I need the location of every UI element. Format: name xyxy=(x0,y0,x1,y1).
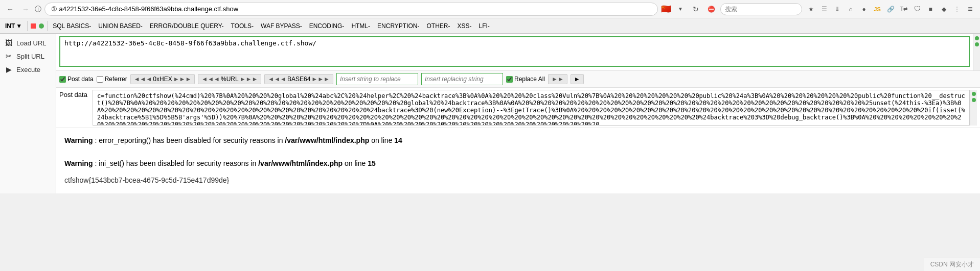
warning2-label: Warning xyxy=(64,159,93,167)
extension4-button[interactable]: ⋮ xyxy=(951,4,963,15)
browser-toolbar-icons: ★ ☰ ⇓ ⌂ ● JS 🔗 T⇄ 🛡 ■ ◆ ⋮ ≡ xyxy=(805,4,976,15)
back-button[interactable]: ← xyxy=(4,3,16,15)
replace-all-checkbox[interactable] xyxy=(506,76,513,83)
js-button[interactable]: JS xyxy=(872,4,883,15)
hex-label: 0xHEX xyxy=(153,76,172,83)
main-toolbar: INT ▼ SQL BASICS- UNION BASED- ERROR/DOU… xyxy=(0,18,980,34)
warning2-text: : ini_set() has been disabled for securi… xyxy=(95,159,258,167)
arrow-right-b64: ►►► xyxy=(311,76,330,83)
base64-label: BASE64 xyxy=(287,76,310,83)
right-panel: Post data Referrer ◄◄◄ 0xHEX ►►► ◄◄◄ %UR… xyxy=(56,34,980,193)
referrer-option[interactable]: Referrer xyxy=(97,76,127,83)
post-scroll-ind1 xyxy=(972,92,976,96)
sidebar-item-split-url[interactable]: ✂ Split URL xyxy=(0,50,56,63)
menu-lfi[interactable]: LFI- xyxy=(476,21,493,31)
execute-icon: ▶ xyxy=(4,65,13,74)
warning1-line-num: 14 xyxy=(394,136,402,144)
warning1-line-text: on line xyxy=(371,136,394,144)
post-data-textarea[interactable]: c=function%20ctfshow(%24cmd)%20%7B%0A%20… xyxy=(93,90,970,126)
sidebar: 🖼 Load URL ✂ Split URL ▶ Execute xyxy=(0,34,56,193)
address-bar: ← → ⓘ 🇨🇳 ▼ ↻ ⛔ ★ ☰ ⇓ ⌂ ● JS 🔗 T⇄ 🛡 ■ ◆ ⋮… xyxy=(0,0,980,18)
bookmark-star-button[interactable]: ★ xyxy=(805,4,816,15)
url-scroll-indicator xyxy=(975,36,979,40)
warning2-line-num: 15 xyxy=(368,159,376,167)
referrer-checkbox[interactable] xyxy=(97,76,103,83)
post-data-section: Post data c=function%20ctfshow(%24cmd)%2… xyxy=(56,88,980,128)
translate-button[interactable]: T⇄ xyxy=(898,4,909,15)
post-scroll-ind2 xyxy=(972,98,976,102)
warning2-path: /var/www/html/index.php xyxy=(258,159,343,167)
url-scrollbar[interactable] xyxy=(973,34,980,70)
secure-icon: ⓘ xyxy=(35,5,41,14)
replace-arrows-btn[interactable]: ►► xyxy=(548,74,567,84)
sidebar-item-execute[interactable]: ▶ Execute xyxy=(0,63,56,76)
insert-replace-input[interactable] xyxy=(336,73,418,85)
extra-arrow-icon: ► xyxy=(574,76,580,83)
url-scroll-indicator2 xyxy=(975,42,979,46)
extension2-button[interactable]: ■ xyxy=(925,4,936,15)
warning1-text: : error_reporting() has been disabled fo… xyxy=(95,136,285,144)
arrow-right-hex: ►►► xyxy=(173,76,192,83)
arrow-left-url: ◄◄◄ xyxy=(201,76,220,83)
split-url-icon: ✂ xyxy=(4,52,13,61)
home-button[interactable]: ⌂ xyxy=(845,4,856,15)
menu-encoding[interactable]: ENCODING- xyxy=(306,21,348,31)
referrer-label: Referrer xyxy=(105,76,127,83)
search-input[interactable] xyxy=(720,3,802,15)
int-label: INT xyxy=(5,22,15,30)
globe-button[interactable]: ● xyxy=(858,4,870,15)
sidebar-label-load-url: Load URL xyxy=(16,39,47,47)
arrow-right-url: ►►► xyxy=(240,76,258,83)
china-flag-icon: 🇨🇳 xyxy=(661,4,671,14)
extension3-button[interactable]: ◆ xyxy=(938,4,949,15)
post-data-section-label: Post data xyxy=(59,90,93,126)
url-encode-label: %URL xyxy=(221,76,239,83)
sidebar-item-load-url[interactable]: 🖼 Load URL xyxy=(0,36,56,50)
warning1-path: /var/www/html/index.php xyxy=(285,136,369,144)
replace-all-option[interactable]: Replace All xyxy=(506,76,545,83)
menu-other[interactable]: OTHER- xyxy=(424,21,453,31)
extension1-button[interactable]: 🔗 xyxy=(885,4,896,15)
address-input[interactable] xyxy=(44,3,658,16)
insert-replacing-input[interactable] xyxy=(421,73,503,85)
reader-view-button[interactable]: ☰ xyxy=(818,4,830,15)
reload-button[interactable]: ↻ xyxy=(690,3,702,15)
menu-error-double[interactable]: ERROR/DOUBLE QUERY- xyxy=(147,21,227,31)
menu-sql-basics[interactable]: SQL BASICS- xyxy=(50,21,94,31)
base64-btn[interactable]: ◄◄◄ BASE64 ►►► xyxy=(264,74,333,84)
post-data-option[interactable]: Post data xyxy=(59,76,94,83)
main-layout: 🖼 Load URL ✂ Split URL ▶ Execute xyxy=(0,34,980,193)
replace-all-label: Replace All xyxy=(514,76,545,83)
url-encode-btn[interactable]: ◄◄◄ %URL ►►► xyxy=(198,74,261,84)
warning1: Warning : error_reporting() has been dis… xyxy=(64,134,972,147)
menu-tools[interactable]: TOOLS- xyxy=(228,21,257,31)
flag-output: ctfshow{1543bcb7-bcea-4675-9c5d-715e417d… xyxy=(64,174,972,187)
url-row xyxy=(56,34,980,71)
menu-xss[interactable]: XSS- xyxy=(454,21,475,31)
post-data-checkbox[interactable] xyxy=(59,76,66,83)
load-url-icon: 🖼 xyxy=(4,38,13,47)
hex-btn[interactable]: ◄◄◄ 0xHEX ►►► xyxy=(130,74,195,84)
menu-html[interactable]: HTML- xyxy=(348,21,373,31)
toolbar-sep2 xyxy=(47,21,48,31)
shield-button[interactable]: 🛡 xyxy=(911,4,923,15)
arrow-left-b64: ◄◄◄ xyxy=(268,76,286,83)
toolbar-sep1 xyxy=(27,21,28,31)
stop-button[interactable]: ⛔ xyxy=(705,3,717,15)
post-scrollbar[interactable] xyxy=(970,90,977,126)
green-indicator xyxy=(39,23,44,29)
arrow-left-hex: ◄◄◄ xyxy=(134,76,152,83)
post-data-label: Post data xyxy=(67,76,94,83)
extra-arrow-btn[interactable]: ► xyxy=(571,74,584,84)
dropdown-btn[interactable]: ▼ xyxy=(674,3,687,15)
int-dropdown[interactable]: INT ▼ xyxy=(2,21,25,31)
menu-button[interactable]: ≡ xyxy=(965,4,976,15)
menu-encryption[interactable]: ENCRYPTION- xyxy=(374,21,422,31)
forward-button[interactable]: → xyxy=(19,3,32,15)
url-input-wrapper xyxy=(56,34,973,70)
red-indicator xyxy=(31,23,36,29)
menu-waf-bypass[interactable]: WAF BYPASS- xyxy=(258,21,305,31)
url-textarea[interactable] xyxy=(59,36,970,67)
download-button[interactable]: ⇓ xyxy=(832,4,843,15)
menu-union-based[interactable]: UNION BASED- xyxy=(95,21,146,31)
